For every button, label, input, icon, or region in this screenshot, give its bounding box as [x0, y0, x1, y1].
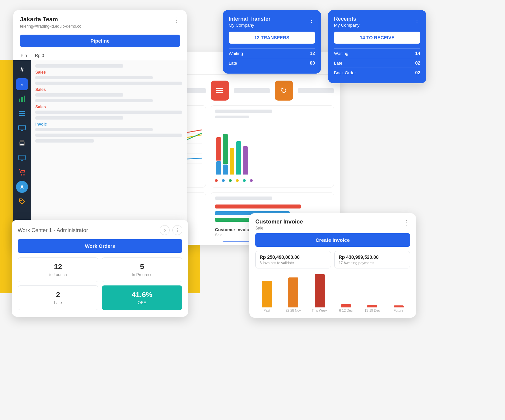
sidebar-printer-icon[interactable] [16, 137, 28, 149]
bar-13dec-label: 13-19 Dec [364, 309, 380, 312]
bar-future: Future [387, 305, 410, 312]
wc-role: - Administrator [54, 227, 88, 233]
nav-pin[interactable]: Pin [17, 51, 31, 60]
work-center-card: Work Center 1 - Administrator ○ ⋮ Work O… [12, 220, 188, 317]
receive-button[interactable]: 14 TO RECEIVE [334, 32, 420, 44]
receipts-stat-late: Late 02 [334, 58, 420, 68]
svg-rect-19 [216, 88, 223, 89]
jakarta-nav: Pin Rp 0 [13, 51, 187, 60]
awaiting-desc: 17 Awaiting payments [339, 261, 406, 265]
svg-rect-4 [19, 113, 25, 114]
late-num: 2 [56, 290, 60, 299]
stub [234, 88, 270, 93]
bar-thisweek: This Week [308, 274, 331, 312]
receipts-subtitle: My Company [334, 23, 360, 28]
bar-past-label: Past [263, 309, 270, 312]
svg-rect-7 [21, 130, 23, 131]
wc-circle-icon[interactable]: ○ [160, 225, 170, 235]
receipts-stat-waiting: Waiting 14 [334, 48, 420, 58]
pipeline-button[interactable]: Pipeline [20, 35, 180, 47]
work-center-title: Work Center 1 - Administrator [18, 227, 88, 233]
svg-rect-20 [216, 90, 223, 91]
work-orders-button[interactable]: Work Orders [18, 239, 182, 253]
bar-future-label: Future [394, 309, 403, 312]
late-label: Late [334, 61, 342, 66]
launch-num: 12 [54, 262, 62, 271]
sidebar-forward-icon[interactable]: » [16, 78, 28, 90]
invoice-bar-chart: Past 22-28 Nov This Week 6-12 Dec 13-19 … [249, 272, 416, 312]
bar-past: Past [255, 281, 278, 312]
transfer-menu-icon[interactable]: ⋮ [308, 16, 315, 24]
bar-chart-area [215, 123, 330, 175]
backorder-value: 02 [415, 70, 420, 75]
sales-label-1: Sales [35, 70, 182, 75]
validate-desc: 3 Invoices to validate [260, 261, 327, 265]
bar-nov-label: 22-28 Nov [285, 309, 301, 312]
receipts-title: Receipts [334, 16, 360, 22]
sidebar-monitor-icon[interactable] [16, 122, 28, 134]
skeleton-line [35, 111, 182, 114]
sales-label-2: Sales [35, 87, 182, 92]
svg-rect-0 [19, 99, 20, 102]
create-invoice-button[interactable]: Create Invoice [255, 233, 410, 247]
sidebar-tag-icon[interactable] [16, 196, 28, 208]
invoice-stats-row: Rp 250,490,000.00 3 Invoices to validate… [249, 251, 416, 272]
waiting-value: 14 [415, 51, 420, 56]
transfer-stat-waiting: Waiting 12 [229, 48, 315, 58]
oee-num: 41.6% [132, 290, 152, 299]
svg-rect-2 [24, 96, 25, 102]
skeleton-line [35, 128, 153, 131]
nav-amount[interactable]: Rp 0 [31, 51, 48, 60]
invoice-stat-validate: Rp 250,490,000.00 3 Invoices to validate [255, 251, 331, 268]
bar-6dec-label: 6-12 Dec [339, 309, 353, 312]
stub [215, 116, 249, 118]
oee-label: OEE [138, 300, 146, 305]
waiting-label: Waiting [229, 51, 243, 56]
sidebar-cart-icon[interactable] [16, 166, 28, 178]
skeleton-line [35, 134, 182, 137]
transfer-subtitle: My Company [229, 23, 270, 28]
late-value: 02 [415, 60, 420, 66]
skeleton-line [35, 139, 94, 143]
skeleton-line [35, 93, 123, 97]
svg-rect-3 [19, 111, 25, 112]
invoice-subtitle: Sale [255, 226, 303, 230]
progress-num: 5 [140, 262, 144, 271]
wc-stat-oee: 41.6% OEE [102, 285, 182, 310]
waiting-value: 12 [310, 51, 315, 56]
bar-future-value [394, 305, 404, 307]
sidebar-list-icon[interactable] [16, 108, 28, 120]
list-icon-box[interactable] [211, 81, 229, 101]
progress-label: In Progress [132, 272, 152, 277]
svg-point-15 [20, 200, 22, 201]
invoice-dots-icon[interactable]: ⋮ [403, 218, 410, 226]
wc-action-icons: ○ ⋮ [160, 225, 182, 235]
svg-rect-10 [20, 144, 24, 145]
wc-name: Work Center 1 [18, 227, 52, 233]
receipts-card: Receipts My Company ⋮ 14 TO RECEIVE Wait… [328, 10, 426, 83]
wc-stat-late: 2 Late [18, 285, 98, 310]
svg-rect-9 [20, 140, 24, 142]
sidebar-tv-icon[interactable] [16, 152, 28, 164]
wc-dots-icon[interactable]: ⋮ [172, 225, 182, 235]
invoice-bars: Past 22-28 Nov This Week 6-12 Dec 13-19 … [255, 272, 410, 312]
sidebar-chart-icon[interactable] [16, 93, 28, 105]
skeleton-line [35, 99, 153, 102]
late-label: Late [54, 300, 62, 305]
bar-thisweek-value [315, 274, 325, 307]
bar-nov-value [288, 277, 298, 307]
sales-label-3: Sales [35, 105, 182, 109]
svg-point-14 [23, 174, 25, 176]
transfers-button[interactable]: 12 TRANSFERS [229, 32, 315, 44]
receipts-menu-icon[interactable]: ⋮ [414, 16, 420, 24]
bar-thisweek-label: This Week [312, 309, 327, 312]
sidebar-avatar[interactable]: A [16, 181, 28, 193]
jakarta-menu-icon[interactable]: ⋮ [173, 16, 180, 24]
refresh-icon-box[interactable]: ↻ [275, 81, 293, 101]
svg-rect-11 [19, 155, 25, 160]
validate-amount: Rp 250,490,000.00 [260, 254, 327, 260]
jakarta-email: telering@trading-id.equio-demo.co [20, 24, 81, 29]
sidebar-hash-icon: # [16, 64, 28, 76]
backorder-label: Back Order [334, 70, 356, 75]
bar-6dec: 6-12 Dec [334, 304, 357, 312]
